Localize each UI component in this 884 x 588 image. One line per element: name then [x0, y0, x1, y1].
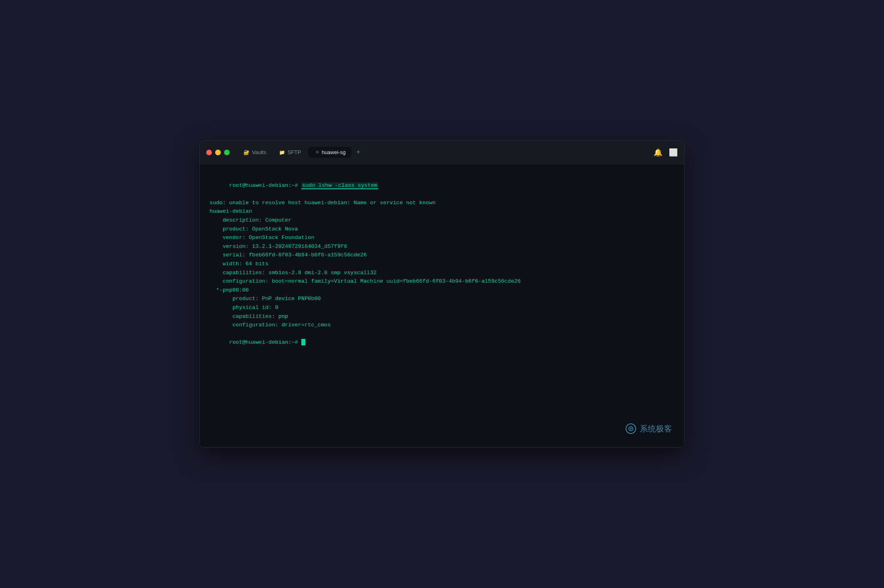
- tab-sftp-label: SFTP: [288, 149, 301, 155]
- output-line-4: product: OpenStack Nova: [209, 225, 675, 234]
- tab-sftp[interactable]: 📁 SFTP: [273, 147, 307, 158]
- output-line-2: huawei-debian: [209, 207, 675, 216]
- output-line-9: capabilities: smbios-2.8 dmi-2.8 smp vsy…: [209, 269, 675, 277]
- minimize-button[interactable]: [215, 150, 221, 155]
- output-line-11: *-pnp00:00: [209, 286, 675, 295]
- watermark: 系统极客: [625, 422, 672, 435]
- titlebar: 🔐 Vaults 📁 SFTP ✕ huawei-sg + 🔔 ⬜: [200, 141, 684, 164]
- command-line: root@huawei-debian:~# sudo lshw -class s…: [209, 172, 675, 199]
- output-line-6: version: 13.2.1-20240729164034_d57f9f6: [209, 242, 675, 251]
- output-line-8: width: 64 bits: [209, 260, 675, 269]
- output-line-13: physical id: 0: [209, 303, 675, 312]
- traffic-lights: [206, 150, 230, 155]
- bell-icon[interactable]: 🔔: [653, 148, 662, 157]
- output-line-3: description: Computer: [209, 216, 675, 225]
- tab-huawei-sg-label: huawei-sg: [321, 149, 345, 155]
- close-button[interactable]: [206, 150, 212, 155]
- tab-vaults[interactable]: 🔐 Vaults: [238, 147, 272, 158]
- tab-bar: 🔐 Vaults 📁 SFTP ✕ huawei-sg +: [238, 146, 649, 158]
- tab-close-icon[interactable]: ✕: [315, 150, 319, 155]
- cursor: [301, 339, 305, 345]
- terminal-body[interactable]: root@huawei-debian:~# sudo lshw -class s…: [200, 164, 684, 447]
- watermark-icon: [625, 423, 637, 434]
- sftp-icon: 📁: [279, 150, 285, 155]
- tab-vaults-label: Vaults: [252, 149, 266, 155]
- output-line-7: serial: fbeb66fd-6f03-4b94-b6f6-a159c56c…: [209, 251, 675, 260]
- output-line-15: configuration: driver=rtc_cmos: [209, 321, 675, 330]
- terminal-window: 🔐 Vaults 📁 SFTP ✕ huawei-sg + 🔔 ⬜ root@h…: [199, 140, 685, 448]
- final-prompt: root@huawei-debian:~#: [229, 339, 301, 345]
- output-line-1: sudo: unable to resolve host huawei-debi…: [209, 199, 675, 207]
- add-tab-button[interactable]: +: [353, 146, 364, 158]
- prompt-1: root@huawei-debian:~#: [229, 182, 301, 188]
- titlebar-actions: 🔔 ⬜: [653, 148, 678, 157]
- tab-huawei-sg[interactable]: ✕ huawei-sg: [308, 147, 351, 158]
- layout-icon[interactable]: ⬜: [669, 148, 678, 157]
- output-line-10: configuration: boot=normal family=Virtua…: [209, 277, 675, 286]
- maximize-button[interactable]: [224, 150, 230, 155]
- watermark-text: 系统极客: [640, 422, 672, 435]
- output-line-14: capabilities: pnp: [209, 312, 675, 321]
- output-line-5: vendor: OpenStack Foundation: [209, 233, 675, 242]
- final-prompt-line: root@huawei-debian:~#: [209, 330, 675, 356]
- vaults-icon: 🔐: [243, 150, 250, 155]
- command-text: sudo lshw -class system: [301, 182, 378, 189]
- svg-point-2: [630, 428, 632, 429]
- output-line-12: product: PnP device PNP0b00: [209, 294, 675, 303]
